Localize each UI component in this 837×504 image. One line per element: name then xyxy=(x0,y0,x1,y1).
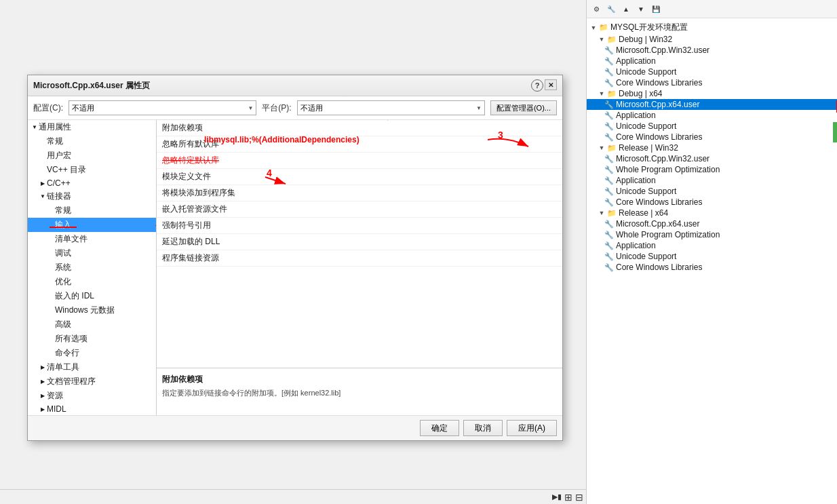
bottom-icon-1[interactable]: ▶▮ xyxy=(552,492,562,501)
ms-cpp-x64-wrench-icon: 🔧 xyxy=(604,100,614,109)
tree-node-midl[interactable]: ▶ MIDL xyxy=(28,403,156,415)
label-cpp: C/C++ xyxy=(47,178,71,188)
bottom-icons: ▶▮ ⊞ ⊟ xyxy=(552,492,583,503)
label-opt: 优化 xyxy=(55,276,71,288)
tree-node-alloptions[interactable]: 所有选项 xyxy=(28,332,156,346)
apply-button[interactable]: 应用(A) xyxy=(507,420,557,436)
prop-row-force-sym[interactable]: 强制符号引用 xyxy=(157,218,562,234)
config-row: 配置(C): 不适用 ▼ 平台(P): 不适用 ▼ 配置管理器(O)... xyxy=(28,96,562,120)
label-alloptions: 所有选项 xyxy=(55,333,87,345)
tree-debug-x64[interactable]: ▼ 📁 Debug | x64 xyxy=(587,88,837,99)
toolbar-up-btn[interactable]: ▲ xyxy=(619,2,633,16)
app-release-x64-wrench-icon: 🔧 xyxy=(604,241,614,250)
corewin-debug-x64-label: Core Windows Libraries xyxy=(616,132,702,142)
release-win32-label: Release | Win32 xyxy=(619,143,678,153)
tree-app-release-win32[interactable]: 🔧 Application xyxy=(587,175,837,186)
tree-app-debug-x64[interactable]: 🔧 Application xyxy=(587,110,837,121)
tree-node-opt[interactable]: 优化 xyxy=(28,275,156,289)
prop-ignore-all: 忽略所有默认库 xyxy=(162,138,219,150)
config-manager-button[interactable]: 配置管理器(O)... xyxy=(490,100,557,115)
right-content-panel: 附加依赖项 忽略所有默认库 忽略特定默认库 模块定义文件 将模块添加到程序集 嵌… xyxy=(157,120,562,368)
prop-row-module-def[interactable]: 模块定义文件 xyxy=(157,169,562,185)
tree-release-x64[interactable]: ▼ 📁 Release | x64 xyxy=(587,208,837,218)
platform-select[interactable]: 不适用 ▼ xyxy=(297,100,485,115)
tree-corewin-release-win32[interactable]: 🔧 Core Windows Libraries xyxy=(587,197,837,208)
tree-node-system[interactable]: 系统 xyxy=(28,260,156,275)
app-debug-x64-wrench-icon: 🔧 xyxy=(604,111,614,120)
tree-corewin-release-x64[interactable]: 🔧 Core Windows Libraries xyxy=(587,262,837,273)
prop-row-delay-dll[interactable]: 延迟加载的 DLL xyxy=(157,234,562,250)
root-label: MYSQL开发环境配置 xyxy=(610,22,688,33)
tree-node-cpp[interactable]: ▶ C/C++ xyxy=(28,177,156,189)
arrow-linker: ▼ xyxy=(39,193,47,199)
tree-corewin-debug-win32[interactable]: 🔧 Core Windows Libraries xyxy=(587,77,837,88)
toolbar-save-btn[interactable]: 💾 xyxy=(649,2,663,16)
help-button[interactable]: ? xyxy=(531,79,543,92)
tree-unicode-debug-x64[interactable]: 🔧 Unicode Support xyxy=(587,121,837,132)
tree-node-manifest-tool[interactable]: ▶ 清单工具 xyxy=(28,360,156,374)
tree-corewin-debug-x64[interactable]: 🔧 Core Windows Libraries xyxy=(587,132,837,142)
tree-wpo-release-win32[interactable]: 🔧 Whole Program Optimization xyxy=(587,164,837,175)
tree-node-manifest[interactable]: 清单文件 xyxy=(28,232,156,246)
tree-node-debug[interactable]: 调试 xyxy=(28,246,156,260)
tree-node-linker-input[interactable]: 输入 → — xyxy=(28,218,156,232)
prop-row-ignore-specific[interactable]: 忽略特定默认库 xyxy=(157,153,562,169)
release-x64-folder-icon: 📁 xyxy=(607,209,617,218)
unicode-release-win32-label: Unicode Support xyxy=(616,187,676,196)
tree-node-vcpp[interactable]: VC++ 目录 xyxy=(28,163,156,177)
label-common: 通用属性 xyxy=(39,121,71,133)
close-button[interactable]: ✕ xyxy=(545,79,557,90)
corewin-debug-x64-wrench-icon: 🔧 xyxy=(604,133,614,142)
ok-button[interactable]: 确定 xyxy=(420,420,459,436)
label-cmdline: 命令行 xyxy=(55,347,79,359)
platform-dropdown-arrow: ▼ xyxy=(476,105,482,111)
tree-app-debug-win32[interactable]: 🔧 Application xyxy=(587,56,837,66)
tree-unicode-release-x64[interactable]: 🔧 Unicode Support xyxy=(587,251,837,262)
cancel-button[interactable]: 取消 xyxy=(463,420,503,436)
tree-root[interactable]: ▼ 📁 MYSQL开发环境配置 xyxy=(587,21,837,34)
tree-unicode-release-win32[interactable]: 🔧 Unicode Support xyxy=(587,186,837,197)
debug-x64-label: Debug | x64 xyxy=(619,89,663,98)
tree-node-cmdline[interactable]: 命令行 xyxy=(28,346,156,360)
tree-ms-cpp-x64-user[interactable]: 🔧 Microsoft.Cpp.x64.user xyxy=(587,99,837,110)
label-manifest: 清单文件 xyxy=(55,233,87,245)
tree-ms-cpp-win32-user-rel[interactable]: 🔧 Microsoft.Cpp.Win32.user xyxy=(587,153,837,164)
toolbar-settings-btn[interactable]: ⚙ xyxy=(589,2,603,16)
prop-row-embed-resource[interactable]: 嵌入托管资源文件 xyxy=(157,201,562,218)
tree-node-general[interactable]: 常规 xyxy=(28,134,156,149)
tree-node-advanced[interactable]: 高级 xyxy=(28,317,156,332)
scroll-indicator xyxy=(833,122,837,142)
debug-win32-folder-icon: 📁 xyxy=(607,35,617,44)
platform-label: 平台(P): xyxy=(262,102,291,114)
arrow-midl: ▶ xyxy=(39,406,47,412)
tree-debug-win32[interactable]: ▼ 📁 Debug | Win32 xyxy=(587,34,837,45)
release-x64-arrow: ▼ xyxy=(596,210,607,216)
tree-node-linker[interactable]: ▼ 链接器 xyxy=(28,189,156,203)
toolbar-refresh-btn[interactable]: 🔧 xyxy=(604,2,618,16)
label-general: 常规 xyxy=(47,136,63,147)
tree-node-common[interactable]: ▼ 通用属性 xyxy=(28,120,156,134)
tree-node-embedded-idl[interactable]: 嵌入的 IDL xyxy=(28,289,156,303)
tree-app-release-x64[interactable]: 🔧 Application xyxy=(587,240,837,251)
wpo-release-win32-wrench-icon: 🔧 xyxy=(604,166,614,174)
tree-node-user[interactable]: 用户宏 xyxy=(28,149,156,163)
tree-node-winmeta[interactable]: Windows 元数据 xyxy=(28,303,156,317)
tree-node-resources[interactable]: ▶ 资源 xyxy=(28,389,156,403)
tree-unicode-debug-win32[interactable]: 🔧 Unicode Support xyxy=(587,66,837,77)
prop-row-assembly-link[interactable]: 程序集链接资源 xyxy=(157,250,562,267)
bottom-icon-2[interactable]: ⊞ xyxy=(564,492,572,503)
label-midl: MIDL xyxy=(47,404,66,414)
tree-node-linker-general[interactable]: 常规 xyxy=(28,203,156,218)
prop-row-add-module[interactable]: 将模块添加到程序集 xyxy=(157,185,562,201)
toolbar-down-btn[interactable]: ▼ xyxy=(634,2,648,16)
tree-wpo-release-x64[interactable]: 🔧 Whole Program Optimization xyxy=(587,229,837,240)
prop-row-ignore-all[interactable]: 忽略所有默认库 xyxy=(157,136,562,153)
bottom-icon-3[interactable]: ⊟ xyxy=(575,492,583,503)
tree-ms-cpp-win32-user[interactable]: 🔧 Microsoft.Cpp.Win32.user xyxy=(587,45,837,56)
tree-release-win32[interactable]: ▼ 📁 Release | Win32 xyxy=(587,142,837,153)
config-select[interactable]: 不适用 ▼ xyxy=(69,100,256,115)
tree-ms-cpp-x64-user-rel[interactable]: 🔧 Microsoft.Cpp.x64.user xyxy=(587,218,837,229)
prop-row-additional-deps[interactable]: 附加依赖项 xyxy=(157,120,562,136)
tree-node-xml-doc[interactable]: ▶ 文档管理程序 xyxy=(28,374,156,389)
right-panel: ⚙ 🔧 ▲ ▼ 💾 ▼ 📁 MYSQL开发环境配置 ▼ 📁 Debug | Wi… xyxy=(586,0,837,504)
